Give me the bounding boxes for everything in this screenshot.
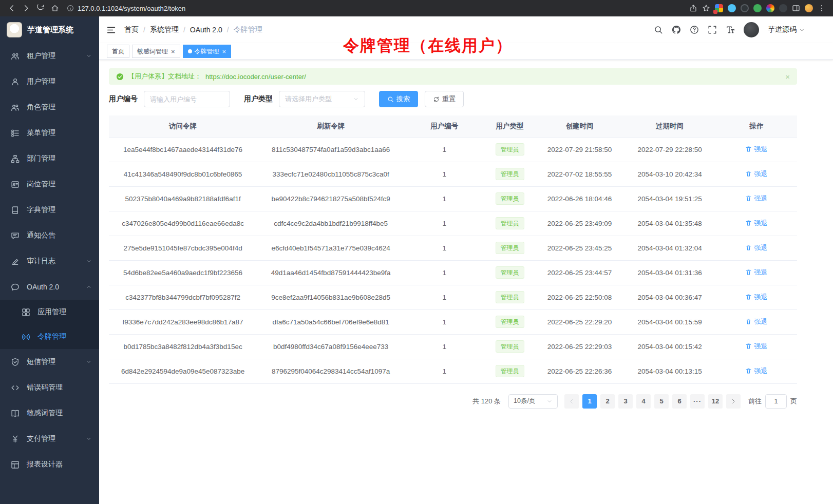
user-type-placeholder: 请选择用户类型 (285, 94, 332, 104)
user-id-input[interactable] (144, 91, 230, 107)
sidebar-item-dept[interactable]: 部门管理 (0, 146, 99, 171)
tab-home[interactable]: 首页 (107, 45, 129, 58)
force-logout-button[interactable]: 强退 (745, 293, 767, 302)
page-button-4[interactable]: 4 (636, 394, 651, 409)
side-panel-icon[interactable] (792, 4, 800, 12)
sidebar-item-token[interactable]: 令牌管理 (0, 324, 99, 349)
sidebar-item-sms[interactable]: 短信管理 (0, 349, 99, 375)
app-logo[interactable]: 芋道管理系统 (0, 16, 99, 43)
page-button-1[interactable]: 1 (582, 394, 597, 409)
force-logout-icon (745, 170, 752, 177)
annotation-text: 令牌管理（在线用户） (343, 35, 513, 56)
sidebar-item-user[interactable]: 用户管理 (0, 69, 99, 94)
app-window: 芋道管理系统 租户管理用户管理角色管理菜单管理部门管理岗位管理字典管理通知公告审… (0, 16, 833, 504)
sidebar-item-tenant[interactable]: 租户管理 (0, 43, 99, 69)
reload-icon[interactable] (34, 2, 47, 15)
sidebar-item-post[interactable]: 岗位管理 (0, 171, 99, 197)
refresh-token-cell: 811c530487574fa0af1a59d3abc1aa66 (257, 137, 405, 162)
sidebar-item-label: 支付管理 (27, 434, 55, 443)
site-info-icon[interactable] (67, 5, 74, 12)
user-id-cell: 1 (405, 285, 484, 309)
force-logout-button[interactable]: 强退 (745, 145, 767, 154)
sidebar-item-audit-log[interactable]: 审计日志 (0, 248, 99, 274)
sidebar-item-pay[interactable]: 支付管理 (0, 426, 99, 452)
force-logout-button[interactable]: 强退 (745, 194, 767, 203)
force-logout-button[interactable]: 强退 (745, 342, 767, 351)
sidebar-item-label: 应用管理 (37, 307, 66, 317)
force-logout-icon (745, 343, 752, 350)
sidebar-item-report[interactable]: 报表设计器 (0, 452, 99, 477)
extension-icon[interactable] (779, 4, 787, 12)
doc-link[interactable]: https://doc.iocoder.cn/user-center/ (205, 73, 306, 81)
search-icon[interactable] (654, 25, 663, 34)
help-icon[interactable] (690, 25, 699, 34)
menu-icon (11, 129, 20, 138)
forward-icon[interactable] (20, 2, 33, 15)
user-menu[interactable]: 芋道源码 (768, 25, 805, 34)
force-logout-button[interactable]: 强退 (745, 366, 767, 376)
breadcrumb-separator: / (183, 26, 185, 34)
force-logout-button[interactable]: 强退 (745, 268, 767, 277)
share-icon[interactable] (689, 4, 697, 12)
sidebar-item-label: 岗位管理 (27, 180, 55, 189)
page-button-2[interactable]: 2 (600, 394, 615, 409)
sidebar-item-notice[interactable]: 通知公告 (0, 223, 99, 248)
goto-page-input[interactable] (765, 394, 787, 409)
sidebar-item-dict[interactable]: 字典管理 (0, 197, 99, 223)
sidebar-item-role[interactable]: 角色管理 (0, 94, 99, 120)
sidebar-item-menu[interactable]: 菜单管理 (0, 120, 99, 146)
next-page-button[interactable] (726, 394, 741, 409)
extension-icon[interactable] (753, 4, 762, 12)
github-icon[interactable] (672, 25, 681, 34)
column-header: 操作 (716, 115, 797, 137)
home-icon[interactable] (48, 2, 62, 15)
browser-profile-avatar[interactable] (805, 4, 813, 12)
page-size-select[interactable]: 10条/页 (508, 394, 558, 409)
sidebar: 芋道管理系统 租户管理用户管理角色管理菜单管理部门管理岗位管理字典管理通知公告审… (0, 16, 99, 504)
sidebar-toggle-icon[interactable] (106, 25, 116, 35)
breadcrumb-item[interactable]: 系统管理 (150, 25, 179, 34)
sidebar-item-oauth[interactable]: OAuth 2.0 (0, 274, 99, 300)
user-avatar[interactable] (744, 22, 759, 37)
sidebar-item-sensitive-word[interactable]: 敏感词管理 (0, 400, 99, 426)
close-icon[interactable]: × (171, 48, 175, 55)
page-button-6[interactable]: 6 (672, 394, 687, 409)
force-logout-label: 强退 (754, 293, 767, 302)
force-logout-label: 强退 (754, 317, 767, 326)
close-icon[interactable]: × (222, 48, 226, 55)
fullscreen-icon[interactable] (708, 25, 717, 34)
prev-page-button[interactable] (564, 394, 579, 409)
expire-time-cell: 2054-03-04 00:15:42 (623, 334, 716, 359)
extension-icon[interactable] (728, 4, 736, 12)
force-logout-button[interactable]: 强退 (745, 317, 767, 326)
reset-button[interactable]: 重置 (425, 91, 464, 107)
close-icon[interactable]: × (785, 73, 790, 81)
dict-icon (11, 206, 20, 215)
sidebar-item-error-code[interactable]: 错误码管理 (0, 375, 99, 400)
breadcrumb-item[interactable]: OAuth 2.0 (190, 26, 222, 34)
bookmark-star-icon[interactable] (702, 4, 710, 12)
extension-icon[interactable] (715, 4, 723, 12)
browser-menu-icon[interactable] (818, 4, 826, 12)
tab-token[interactable]: 令牌管理× (183, 45, 232, 58)
force-logout-button[interactable]: 强退 (745, 219, 767, 228)
sidebar-item-app[interactable]: 应用管理 (0, 300, 99, 324)
breadcrumb-item[interactable]: 首页 (124, 25, 139, 34)
address-bar[interactable]: 127.0.0.1:1024/system/oauth2/token (67, 5, 684, 12)
font-size-icon[interactable] (726, 25, 735, 34)
force-logout-button[interactable]: 强退 (745, 243, 767, 253)
logo-image (7, 22, 22, 37)
extension-icon[interactable] (741, 4, 749, 12)
user-type-select[interactable]: 请选择用户类型 (279, 91, 365, 107)
search-button[interactable]: 搜索 (379, 91, 418, 107)
extension-icon[interactable] (766, 4, 774, 12)
more-pages-button[interactable]: ··· (690, 394, 705, 409)
page-button-12[interactable]: 12 (708, 394, 723, 409)
user-type-badge: 管理员 (496, 242, 524, 254)
back-icon[interactable] (5, 2, 18, 15)
user-type-badge: 管理员 (496, 217, 524, 229)
page-button-3[interactable]: 3 (618, 394, 633, 409)
force-logout-button[interactable]: 强退 (745, 169, 767, 179)
tab-sensitive-word[interactable]: 敏感词管理× (132, 45, 180, 58)
page-button-5[interactable]: 5 (654, 394, 669, 409)
